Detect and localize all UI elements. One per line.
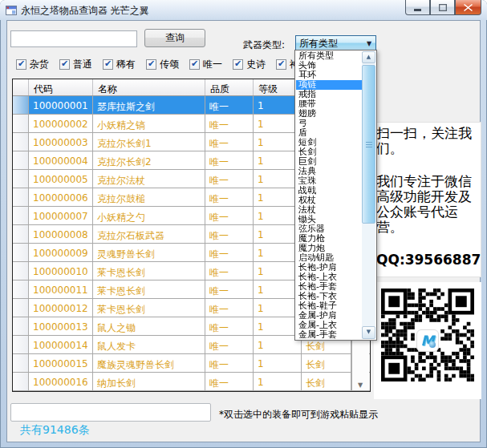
cell-code[interactable]: 100000009	[29, 244, 93, 261]
cell-name[interactable]: 莱卡恩长剑	[93, 262, 205, 280]
table-row-15[interactable]: 100000015魔族灵魂野兽长剑唯一1长剑	[13, 354, 370, 373]
dropdown-option-0[interactable]: 所有类型	[296, 51, 362, 61]
row-header-cell[interactable]	[13, 96, 29, 114]
cell-name[interactable]: 小妖精之镐	[93, 115, 205, 132]
cell-quality[interactable]: 唯一	[205, 225, 254, 243]
dropdown-option-8[interactable]: 盾	[296, 128, 362, 138]
cell-quality[interactable]: 唯一	[205, 115, 254, 132]
cell-name[interactable]: 莱卡恩长剑	[93, 299, 205, 317]
dropdown-option-3[interactable]: 项链	[296, 80, 362, 90]
cell-name[interactable]: 克拉尔法杖	[93, 170, 205, 188]
minimize-button[interactable]	[405, 0, 430, 15]
dropdown-option-17[interactable]: 锄头	[296, 215, 362, 224]
dropdown-option-12[interactable]: 法典	[296, 167, 362, 176]
row-header-cell[interactable]	[13, 354, 29, 372]
cell-quality[interactable]: 唯一	[205, 170, 254, 188]
cell-type[interactable]: 长剑	[302, 373, 351, 390]
row-header-cell[interactable]	[13, 262, 29, 280]
cell-code[interactable]: 100000001	[29, 96, 93, 114]
cell-code[interactable]: 100000016	[29, 373, 93, 390]
dropdown-option-10[interactable]: 长剑	[296, 147, 362, 157]
cell-code[interactable]: 100000012	[29, 299, 93, 317]
row-header-cell[interactable]	[13, 373, 29, 390]
cell-quality[interactable]: 唯一	[205, 354, 254, 372]
cell-type[interactable]: 长剑	[302, 354, 351, 372]
scroll-up-icon[interactable]: ▲	[362, 51, 375, 63]
cell-level[interactable]: 1	[254, 354, 302, 372]
cell-quality[interactable]: 唯一	[205, 244, 254, 261]
dropdown-option-28[interactable]: 金属-上衣	[296, 321, 362, 330]
dropdown-option-1[interactable]: 头饰	[296, 61, 362, 71]
row-header-cell[interactable]	[13, 317, 29, 335]
cell-name[interactable]: 纳加长剑	[93, 373, 205, 390]
cell-quality[interactable]: 唯一	[205, 151, 254, 169]
cell-name[interactable]: 莱卡恩长剑	[93, 281, 205, 298]
column-header-code[interactable]: 代码	[29, 79, 93, 95]
cell-name[interactable]: 克拉尔长剑2	[93, 151, 205, 169]
dropdown-option-11[interactable]: 巨剑	[296, 157, 362, 167]
dropdown-option-23[interactable]: 长袍-上衣	[296, 272, 362, 282]
dropdown-option-26[interactable]: 长袍-鞋子	[296, 301, 362, 311]
row-header-cell[interactable]	[13, 244, 29, 261]
column-header-quality[interactable]: 品质	[205, 79, 254, 95]
cell-code[interactable]: 100000006	[29, 188, 93, 206]
cell-name[interactable]: 鼠人发卡	[93, 336, 205, 353]
cell-name[interactable]: 瑟库拉斯之剑	[93, 96, 205, 114]
cell-name[interactable]: 小妖精之勺	[93, 207, 205, 224]
cell-code[interactable]: 100000008	[29, 225, 93, 243]
cell-name[interactable]: 克拉尔石板武器	[93, 225, 205, 243]
cell-code[interactable]: 100000004	[29, 151, 93, 169]
cell-quality[interactable]: 唯一	[205, 281, 254, 298]
row-header-cell[interactable]	[13, 188, 29, 206]
column-header-name[interactable]: 名称	[93, 79, 205, 95]
dropdown-option-27[interactable]: 金属-护肩	[296, 311, 362, 321]
dropdown-option-24[interactable]: 长袍-手套	[296, 282, 362, 292]
cell-code[interactable]: 100000014	[29, 336, 93, 353]
filter-checkbox-5[interactable]: 史诗	[233, 58, 266, 71]
scroll-down-icon[interactable]: ▼	[352, 381, 368, 389]
filter-checkbox-1[interactable]: 普通	[59, 58, 92, 71]
scrollbar-thumb[interactable]	[362, 65, 375, 224]
paste-input[interactable]	[10, 403, 211, 422]
dropdown-option-4[interactable]: 戒指	[296, 90, 362, 99]
cell-name[interactable]: 克拉尔鼓槌	[93, 188, 205, 206]
row-header-cell[interactable]	[13, 281, 29, 298]
dropdown-option-6[interactable]: 翅膀	[296, 109, 362, 119]
row-header-cell[interactable]	[13, 299, 29, 317]
dropdown-option-25[interactable]: 长袍-下衣	[296, 292, 362, 301]
row-header-cell[interactable]	[13, 151, 29, 169]
dropdown-option-20[interactable]: 魔力炮	[296, 244, 362, 253]
cell-code[interactable]: 100000005	[29, 170, 93, 188]
dropdown-option-22[interactable]: 长袍-护肩	[296, 263, 362, 272]
query-button[interactable]: 查询	[144, 29, 205, 47]
cell-code[interactable]: 100000003	[29, 133, 93, 151]
cell-name[interactable]: 魔族灵魂野兽长剑	[93, 354, 205, 372]
cell-code[interactable]: 100000013	[29, 317, 93, 335]
cell-quality[interactable]: 唯一	[205, 262, 254, 280]
row-header-cell[interactable]	[13, 225, 29, 243]
cell-name[interactable]: 灵魂野兽长剑	[93, 244, 205, 261]
dropdown-option-7[interactable]: 弓	[296, 119, 362, 128]
row-header-cell[interactable]	[13, 133, 29, 151]
cell-code[interactable]: 100000015	[29, 354, 93, 372]
dropdown-scrollbar[interactable]: ▲ ▼	[362, 51, 375, 339]
cell-quality[interactable]: 唯一	[205, 373, 254, 390]
cell-quality[interactable]: 唯一	[205, 188, 254, 206]
dropdown-option-9[interactable]: 短剑	[296, 138, 362, 147]
filter-checkbox-4[interactable]: 唯一	[189, 58, 222, 71]
dropdown-option-13[interactable]: 宝珠	[296, 176, 362, 186]
row-header-cell[interactable]	[13, 115, 29, 132]
dropdown-option-18[interactable]: 弦乐器	[296, 224, 362, 234]
cell-quality[interactable]: 唯一	[205, 336, 254, 353]
table-row-16[interactable]: 100000016纳加长剑唯一1长剑	[13, 373, 370, 391]
cell-quality[interactable]: 唯一	[205, 299, 254, 317]
dropdown-option-15[interactable]: 权杖	[296, 196, 362, 205]
dropdown-option-29[interactable]: 金属-手套	[296, 330, 362, 340]
row-header-cell[interactable]	[13, 170, 29, 188]
cell-code[interactable]: 100000010	[29, 262, 93, 280]
dropdown-option-19[interactable]: 魔力枪	[296, 234, 362, 244]
dropdown-option-21[interactable]: 启动钥匙	[296, 253, 362, 263]
row-header-cell[interactable]	[13, 207, 29, 224]
cell-quality[interactable]: 唯一	[205, 317, 254, 335]
dropdown-option-14[interactable]: 战戟	[296, 186, 362, 196]
